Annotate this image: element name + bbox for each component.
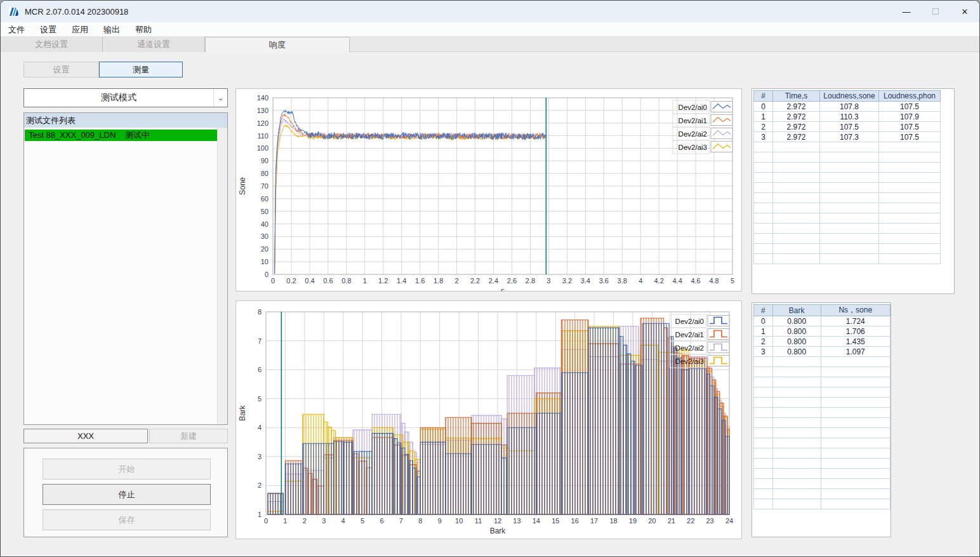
table-cell (879, 203, 941, 213)
svg-text:14: 14 (533, 517, 540, 525)
menu-item-1[interactable]: 设置 (32, 22, 64, 37)
menu-item-3[interactable]: 输出 (96, 22, 128, 37)
table-row[interactable]: 10.8001.706 (754, 326, 891, 337)
table-cell (754, 203, 773, 213)
table-row-empty[interactable] (754, 224, 941, 234)
list-scrollbar[interactable] (217, 128, 227, 424)
svg-text:3.4: 3.4 (581, 277, 590, 285)
table-row[interactable]: 22.972107.5107.5 (754, 122, 941, 132)
svg-text:9: 9 (438, 517, 442, 525)
table-cell (773, 234, 820, 244)
table-row[interactable]: 12.972110.3107.9 (754, 112, 941, 122)
close-button[interactable]: ✕ (950, 1, 979, 22)
stop-button[interactable]: 停止 (43, 484, 211, 505)
svg-text:0: 0 (271, 277, 275, 285)
svg-text:11: 11 (475, 517, 482, 525)
new-button[interactable]: 新建 (149, 429, 228, 443)
table-cell: 0.800 (772, 337, 821, 347)
svg-text:2: 2 (455, 277, 459, 285)
maximize-icon (932, 8, 939, 15)
table-row-empty[interactable] (754, 469, 891, 479)
start-button[interactable]: 开始 (43, 459, 211, 480)
table-row[interactable]: 30.8001.097 (754, 347, 891, 357)
table-row-empty[interactable] (754, 408, 891, 418)
table-cell (754, 183, 773, 193)
test-mode-value: 测试模式 (24, 92, 213, 104)
table-cell: 2.972 (773, 112, 820, 122)
table-cell (772, 499, 821, 509)
test-file-list-header: 测试文件列表 (24, 113, 227, 128)
table-row-empty[interactable] (754, 254, 941, 264)
tab-2[interactable]: 响度 (205, 37, 350, 53)
table-row-empty[interactable] (754, 489, 891, 499)
tab-1[interactable]: 通道设置 (103, 37, 205, 52)
table-cell (820, 152, 879, 163)
svg-text:70: 70 (261, 182, 268, 190)
table-row-empty[interactable] (754, 203, 941, 213)
legend-label: Dev2/ai0 (675, 318, 704, 325)
table-row-empty[interactable] (754, 193, 941, 203)
table-row-empty[interactable] (754, 152, 941, 163)
test-file-list[interactable]: Test 88_XXX_009_LDN 测试中 (24, 128, 217, 424)
table-row-empty[interactable] (754, 387, 891, 398)
table-row[interactable]: 32.972107.3107.5 (754, 132, 941, 142)
table-row-empty[interactable] (754, 142, 941, 152)
table-cell (754, 213, 773, 224)
table-row-empty[interactable] (754, 448, 891, 459)
tab-0[interactable]: 文档设置 (1, 37, 103, 52)
loudness-table[interactable]: #Time,sLoudness,soneLoudness,phon02.9721… (752, 88, 955, 294)
table-row-empty[interactable] (754, 459, 891, 469)
table-row-empty[interactable] (754, 479, 891, 489)
table-row[interactable]: 02.972107.8107.5 (754, 102, 941, 112)
menu-item-4[interactable]: 帮助 (128, 22, 159, 37)
table-cell: 1 (754, 112, 773, 122)
y-axis-label: Sone (238, 177, 247, 195)
maximize-button[interactable] (921, 1, 950, 22)
table-row-empty[interactable] (754, 173, 941, 183)
table-row-empty[interactable] (754, 163, 941, 173)
table-row-empty[interactable] (754, 438, 891, 448)
table-cell (754, 224, 773, 234)
table-row-empty[interactable] (754, 418, 891, 428)
subtab-settings[interactable]: 设置 (23, 62, 99, 77)
svg-text:80: 80 (261, 170, 268, 177)
title-bar: MCR 2.07.0.014 202300918 — ✕ (1, 1, 979, 22)
loudness-table-header-0: # (754, 91, 773, 102)
svg-text:30: 30 (261, 232, 268, 240)
xxx-button[interactable]: XXX (23, 429, 148, 443)
table-cell (754, 357, 773, 367)
table-row-empty[interactable] (754, 428, 891, 438)
subtab-measure[interactable]: 测量 (99, 62, 183, 77)
legend-label: Dev2/ai0 (679, 104, 707, 111)
svg-text:4.6: 4.6 (691, 277, 700, 285)
table-cell: 0.800 (772, 347, 821, 357)
table-row-empty[interactable] (754, 357, 891, 367)
table-row-empty[interactable] (754, 377, 891, 387)
save-button[interactable]: 保存 (43, 509, 211, 530)
table-row-empty[interactable] (754, 213, 941, 224)
svg-text:0: 0 (265, 271, 268, 278)
test-mode-select[interactable]: 测试模式 ⌄ (23, 88, 228, 107)
specific-loudness-chart[interactable]: 0123456789101112131415161718192021222324… (235, 300, 742, 539)
table-row[interactable]: 20.8001.435 (754, 337, 891, 347)
table-row-empty[interactable] (754, 499, 891, 509)
menu-item-0[interactable]: 文件 (1, 22, 32, 37)
loudness-time-chart[interactable]: 00.20.40.60.811.21.41.61.822.22.42.62.83… (235, 88, 742, 292)
table-cell: 0 (754, 316, 773, 326)
table-cell (754, 387, 773, 398)
table-cell (754, 244, 773, 254)
table-row-empty[interactable] (754, 234, 941, 244)
svg-text:1: 1 (363, 277, 367, 285)
menu-item-2[interactable]: 应用 (64, 22, 96, 37)
line-series-Dev2/ai2 (275, 119, 546, 274)
specific-loudness-table[interactable]: #BarkNs，sone00.8001.72410.8001.70620.800… (752, 302, 891, 537)
list-item[interactable]: Test 88_XXX_009_LDN 测试中 (25, 130, 217, 141)
table-row-empty[interactable] (754, 398, 891, 408)
table-row-empty[interactable] (754, 367, 891, 377)
table-row-empty[interactable] (754, 183, 941, 193)
minimize-button[interactable]: — (892, 1, 921, 22)
table-row[interactable]: 00.8001.724 (754, 316, 891, 326)
svg-text:5: 5 (731, 277, 734, 285)
table-row-empty[interactable] (754, 244, 941, 254)
svg-text:13: 13 (513, 517, 520, 525)
